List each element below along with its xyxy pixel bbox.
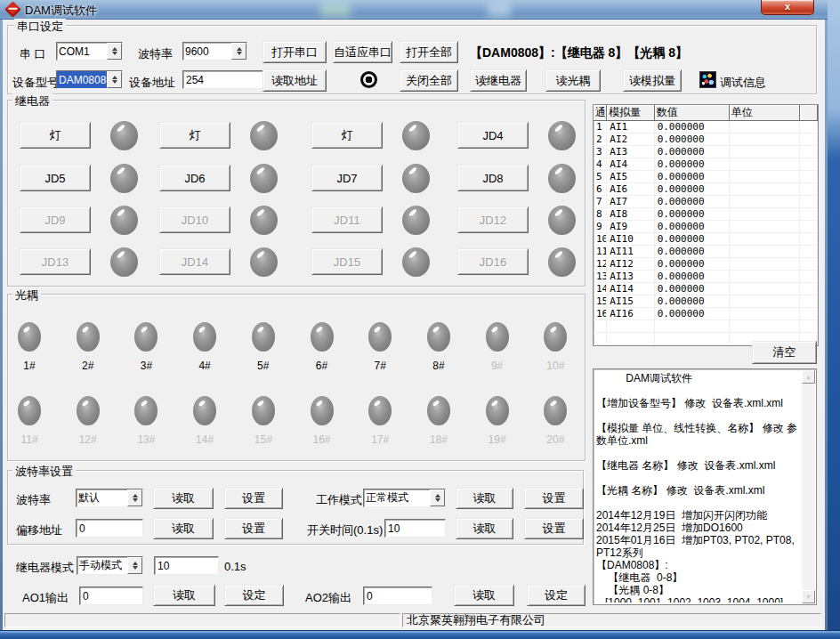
chevron-updown-icon[interactable] (430, 489, 445, 506)
ao1-input[interactable]: 0 (79, 586, 143, 605)
analog-column-header[interactable]: 模拟量 (607, 105, 654, 121)
relay-group-title: 继电器 (12, 93, 52, 109)
scroll-down-icon[interactable]: ▼ (802, 590, 815, 603)
offset-set-button[interactable]: 设置 (224, 518, 283, 539)
clear-button[interactable]: 清空 (752, 341, 817, 364)
ao2-read-button[interactable]: 读取 (454, 585, 514, 606)
opto-label-2: 2# (63, 360, 113, 372)
status-panel-right: 北京聚英翱翔电子有限公司 (402, 613, 821, 627)
chevron-updown-icon[interactable] (127, 489, 142, 506)
relay-button-13[interactable]: JD13 (20, 248, 91, 275)
analog-column-header[interactable]: 通 (594, 105, 607, 121)
analog-row[interactable]: 10AI100.000000 (594, 233, 818, 246)
chevron-updown-icon[interactable] (107, 71, 122, 88)
baudrate-combo[interactable]: 默认 (76, 489, 143, 507)
titlebar-reflection (488, 3, 511, 17)
baudrate-set-button[interactable]: 设置 (224, 488, 283, 509)
window-title: DAM调试软件 (25, 3, 97, 19)
debug-info-icon[interactable] (699, 71, 716, 88)
work-mode-combo[interactable]: 正常模式 (363, 489, 446, 507)
opto-label-18: 18# (414, 433, 464, 446)
chevron-updown-icon[interactable] (231, 43, 246, 60)
relay-button-15[interactable]: JD15 (311, 248, 383, 275)
log-box[interactable]: DAM调试软件 【增加设备型号】 修改 设备表.xml.xml 【模拟量 单位、… (593, 368, 817, 605)
work-mode-label: 工作模式 (316, 492, 362, 508)
chevron-updown-icon[interactable] (107, 43, 122, 60)
analog-empty-row (594, 320, 818, 333)
baudrate-read-button[interactable]: 读取 (153, 488, 214, 509)
analog-row[interactable]: 8AI80.000000 (594, 208, 818, 221)
read-opto-button[interactable]: 读光耦 (545, 69, 601, 92)
open-port-button[interactable]: 打开串口 (262, 41, 327, 63)
analog-row[interactable]: 16AI160.000000 (594, 308, 818, 320)
connection-indicator-icon (360, 71, 377, 88)
relay-button-6[interactable]: JD6 (159, 165, 230, 191)
baud-combo[interactable]: 9600 (182, 42, 247, 61)
analog-row[interactable]: 9AI90.000000 (594, 221, 818, 233)
scroll-up-icon[interactable]: ▲ (802, 370, 815, 384)
analog-row[interactable]: 7AI70.000000 (594, 196, 818, 208)
analog-row[interactable]: 12AI120.000000 (594, 258, 818, 271)
relay-button-14[interactable]: JD14 (159, 248, 230, 275)
model-combo[interactable]: DAM0808 (56, 70, 123, 89)
analog-table-grid: 通模拟量数值单位1AI10.0000002AI20.0000003AI30.00… (594, 105, 818, 345)
relay-button-11[interactable]: JD11 (311, 206, 383, 233)
relay-mode-combo[interactable]: 手动模式 (77, 556, 143, 575)
analog-row[interactable]: 13AI130.000000 (594, 271, 818, 283)
close-button[interactable]: x (761, 0, 814, 15)
read-address-button[interactable]: 读取地址 (262, 69, 327, 92)
read-analog-button[interactable]: 读模拟量 (623, 69, 682, 92)
switch-time-read-button[interactable]: 读取 (456, 518, 513, 539)
opto-led-7 (368, 322, 392, 352)
relay-button-2[interactable]: 灯 (159, 122, 230, 149)
relay-button-8[interactable]: JD8 (457, 165, 529, 191)
relay-led-15 (402, 247, 430, 277)
relay-button-1[interactable]: 灯 (20, 122, 91, 149)
analog-column-header[interactable] (800, 105, 819, 121)
chevron-updown-icon[interactable] (127, 557, 142, 574)
ao2-input[interactable]: 0 (363, 586, 432, 605)
analog-row[interactable]: 3AI30.000000 (594, 146, 818, 158)
log-scrollbar[interactable]: ▲ ▼ (802, 370, 815, 603)
opto-label-20: 20# (530, 433, 580, 446)
analog-column-header[interactable]: 单位 (730, 105, 800, 121)
titlebar[interactable]: DAM调试软件 (0, 0, 828, 20)
debug-info-label[interactable]: 调试信息 (720, 75, 766, 91)
analog-row[interactable]: 5AI50.000000 (594, 171, 818, 183)
switch-time-input[interactable]: 10 (384, 519, 446, 538)
relay-led-9 (110, 206, 138, 235)
analog-row[interactable]: 4AI40.000000 (594, 158, 818, 171)
relay-button-9[interactable]: JD9 (20, 206, 91, 233)
close-all-button[interactable]: 关闭全部 (400, 69, 458, 92)
relay-button-4[interactable]: JD4 (457, 122, 529, 149)
ao1-read-button[interactable]: 读取 (153, 585, 215, 606)
opto-led-12 (77, 396, 100, 425)
status-panel-left (4, 613, 400, 627)
relay-button-7[interactable]: JD7 (311, 165, 383, 191)
analog-row[interactable]: 11AI110.000000 (594, 246, 818, 258)
work-mode-read-button[interactable]: 读取 (456, 488, 513, 509)
analog-row[interactable]: 6AI60.000000 (594, 183, 818, 196)
open-all-button[interactable]: 打开全部 (400, 41, 458, 63)
analog-row[interactable]: 15AI150.000000 (594, 295, 818, 308)
relay-button-3[interactable]: 灯 (311, 122, 383, 149)
relay-time-input[interactable]: 10 (154, 556, 219, 575)
offset-read-button[interactable]: 读取 (153, 518, 214, 539)
analog-row[interactable]: 14AI140.000000 (594, 283, 818, 295)
relay-button-12[interactable]: JD12 (457, 206, 529, 233)
analog-column-header[interactable]: 数值 (655, 105, 730, 121)
analog-row[interactable]: 1AI10.000000 (594, 121, 818, 133)
switch-time-set-button[interactable]: 设置 (524, 518, 584, 539)
work-mode-set-button[interactable]: 设置 (524, 488, 584, 509)
relay-button-5[interactable]: JD5 (20, 165, 91, 191)
opto-led-16 (311, 396, 334, 425)
relay-button-10[interactable]: JD10 (159, 206, 230, 233)
offset-address-input[interactable]: 0 (76, 519, 143, 538)
relay-button-16[interactable]: JD16 (457, 248, 529, 275)
auto-port-button[interactable]: 自适应串口 (333, 41, 392, 63)
analog-row[interactable]: 2AI20.000000 (594, 133, 818, 146)
port-combo[interactable]: COM1 (56, 42, 123, 61)
ao1-set-button[interactable]: 设定 (224, 585, 284, 606)
read-relay-button[interactable]: 读继电器 (470, 69, 527, 92)
ao2-set-button[interactable]: 设定 (527, 585, 586, 606)
